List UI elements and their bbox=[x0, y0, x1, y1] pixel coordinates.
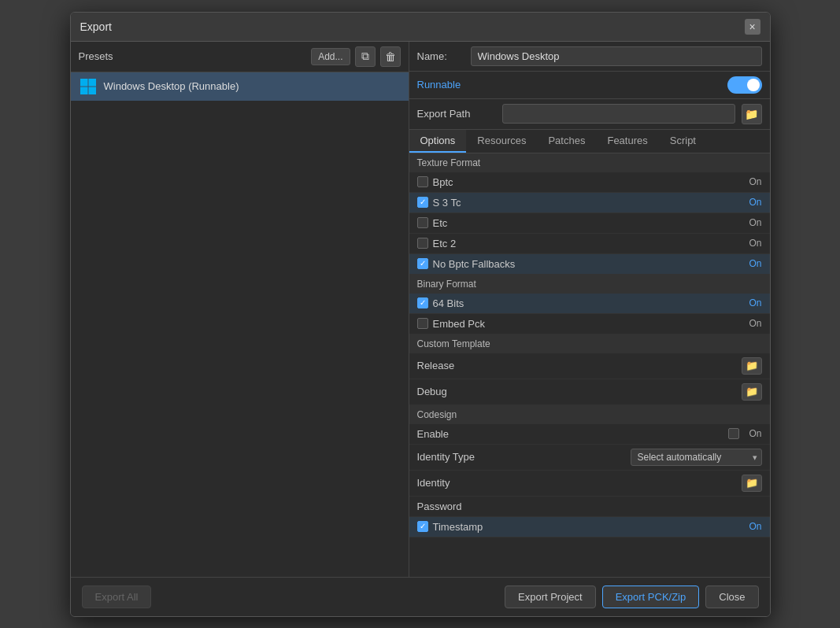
timestamp-value: On bbox=[749, 521, 761, 532]
binary-format-header: Binary Format bbox=[409, 275, 770, 294]
identity-type-row: Identity Type Select automatically Ad-ho… bbox=[409, 445, 770, 471]
identity-folder-button[interactable]: 📁 bbox=[742, 475, 762, 492]
debug-label: Debug bbox=[417, 386, 742, 397]
tab-resources[interactable]: Resources bbox=[466, 130, 537, 153]
main-content: Presets Add... ⧉ 🗑 Windows Desktop (Runn… bbox=[71, 42, 770, 577]
tabs-row: Options Resources Patches Features Scrip… bbox=[409, 130, 770, 153]
texture-format-header: Texture Format bbox=[409, 153, 770, 172]
add-preset-button[interactable]: Add... bbox=[311, 48, 350, 65]
identity-label: Identity bbox=[417, 477, 742, 489]
identity-type-dropdown-wrap: Select automatically Ad-hoc Developer ID… bbox=[631, 449, 762, 466]
embed-pck-label: Embed Pck bbox=[433, 318, 749, 330]
release-label: Release bbox=[417, 360, 742, 371]
release-row: Release 📁 bbox=[409, 353, 770, 379]
etc2-label: Etc 2 bbox=[433, 238, 749, 249]
64bits-row: 64 Bits On bbox=[409, 294, 770, 314]
options-content: Texture Format Bptc On S 3 Tc On Etc On bbox=[409, 153, 770, 577]
title-bar: Export × bbox=[71, 13, 770, 42]
tab-patches[interactable]: Patches bbox=[537, 130, 596, 153]
export-path-input[interactable] bbox=[502, 104, 735, 124]
export-project-button[interactable]: Export Project bbox=[505, 586, 596, 608]
duplicate-preset-button[interactable]: ⧉ bbox=[355, 46, 376, 67]
tab-script[interactable]: Script bbox=[659, 130, 707, 153]
windows-icon bbox=[79, 77, 98, 96]
identity-type-label: Identity Type bbox=[417, 451, 631, 463]
bottom-bar: Export All Export Project Export PCK/Zip… bbox=[71, 577, 770, 616]
timestamp-row: Timestamp On bbox=[409, 517, 770, 537]
etc-row: Etc On bbox=[409, 213, 770, 234]
no-bptc-row: No Bptc Fallbacks On bbox=[409, 254, 770, 275]
preset-item-label: Windows Desktop (Runnable) bbox=[104, 80, 239, 92]
export-dialog: Export × Presets Add... ⧉ 🗑 Windows Desk… bbox=[70, 12, 771, 617]
codesign-header: Codesign bbox=[409, 405, 770, 424]
custom-template-header: Custom Template bbox=[409, 334, 770, 353]
debug-folder-button[interactable]: 📁 bbox=[742, 383, 762, 401]
bptc-row: Bptc On bbox=[409, 172, 770, 193]
delete-preset-button[interactable]: 🗑 bbox=[380, 46, 401, 67]
s3tc-row: S 3 Tc On bbox=[409, 193, 770, 213]
etc2-value: On bbox=[749, 238, 761, 249]
export-all-button[interactable]: Export All bbox=[82, 586, 152, 608]
preset-item[interactable]: Windows Desktop (Runnable) bbox=[71, 72, 409, 101]
bptc-label: Bptc bbox=[433, 176, 749, 188]
enable-label: Enable bbox=[417, 428, 729, 440]
bottom-left: Export All bbox=[82, 586, 152, 608]
embed-pck-checkbox[interactable] bbox=[417, 318, 428, 329]
close-icon-btn[interactable]: × bbox=[745, 19, 760, 35]
name-label: Name: bbox=[417, 50, 464, 62]
no-bptc-value: On bbox=[749, 258, 761, 269]
enable-value: On bbox=[749, 428, 761, 439]
export-path-row: Export Path 📁 bbox=[409, 99, 770, 130]
no-bptc-checkbox[interactable] bbox=[417, 258, 428, 269]
bottom-right: Export Project Export PCK/Zip Close bbox=[505, 586, 759, 608]
name-input[interactable] bbox=[471, 46, 762, 66]
presets-label: Presets bbox=[79, 50, 113, 62]
64bits-checkbox[interactable] bbox=[417, 297, 428, 308]
presets-bar: Presets Add... ⧉ 🗑 bbox=[71, 42, 409, 72]
export-pck-zip-button[interactable]: Export PCK/Zip bbox=[602, 586, 700, 608]
etc2-row: Etc 2 On bbox=[409, 234, 770, 254]
identity-type-select[interactable]: Select automatically Ad-hoc Developer ID… bbox=[631, 449, 762, 466]
timestamp-label: Timestamp bbox=[433, 521, 749, 533]
close-button[interactable]: Close bbox=[705, 586, 758, 608]
embed-pck-value: On bbox=[749, 318, 761, 329]
embed-pck-row: Embed Pck On bbox=[409, 314, 770, 334]
bptc-value: On bbox=[749, 176, 761, 187]
timestamp-checkbox[interactable] bbox=[417, 521, 428, 532]
left-panel: Presets Add... ⧉ 🗑 Windows Desktop (Runn… bbox=[71, 42, 409, 577]
runnable-toggle[interactable] bbox=[727, 76, 762, 94]
runnable-row: Runnable bbox=[409, 72, 770, 99]
runnable-label: Runnable bbox=[417, 79, 727, 91]
no-bptc-label: No Bptc Fallbacks bbox=[433, 258, 749, 270]
enable-row: Enable On bbox=[409, 424, 770, 445]
svg-rect-1 bbox=[88, 79, 96, 87]
svg-rect-3 bbox=[88, 87, 96, 94]
password-row: Password bbox=[409, 497, 770, 517]
release-folder-button[interactable]: 📁 bbox=[742, 357, 762, 375]
s3tc-label: S 3 Tc bbox=[433, 197, 749, 209]
export-path-folder-button[interactable]: 📁 bbox=[742, 104, 762, 124]
enable-checkbox[interactable] bbox=[728, 428, 739, 439]
debug-row: Debug 📁 bbox=[409, 379, 770, 405]
s3tc-checkbox[interactable] bbox=[417, 197, 428, 208]
right-panel: Name: Runnable Export Path 📁 Options Res… bbox=[409, 42, 770, 577]
password-label: Password bbox=[417, 501, 762, 512]
etc-checkbox[interactable] bbox=[417, 217, 428, 228]
bptc-checkbox[interactable] bbox=[417, 176, 428, 187]
tab-features[interactable]: Features bbox=[596, 130, 658, 153]
etc2-checkbox[interactable] bbox=[417, 238, 428, 249]
64bits-label: 64 Bits bbox=[433, 297, 749, 309]
etc-value: On bbox=[749, 217, 761, 228]
64bits-value: On bbox=[749, 297, 761, 308]
identity-row: Identity 📁 bbox=[409, 471, 770, 497]
name-row: Name: bbox=[409, 42, 770, 72]
svg-rect-2 bbox=[80, 87, 88, 94]
tab-options[interactable]: Options bbox=[409, 130, 467, 153]
s3tc-value: On bbox=[749, 197, 761, 208]
export-path-label: Export Path bbox=[417, 108, 496, 120]
etc-label: Etc bbox=[433, 217, 749, 229]
svg-rect-0 bbox=[80, 79, 88, 87]
dialog-title: Export bbox=[80, 20, 112, 33]
